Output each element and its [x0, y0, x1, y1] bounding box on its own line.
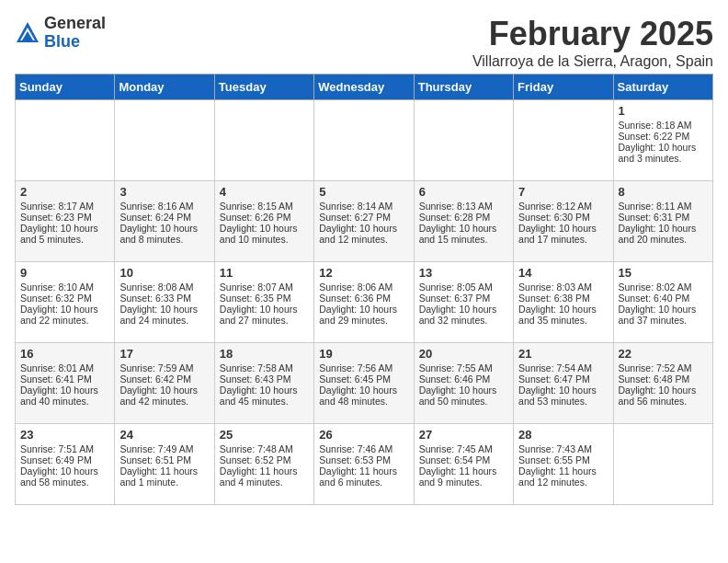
calendar-cell: 3Sunrise: 8:16 AMSunset: 6:24 PMDaylight… — [115, 181, 214, 262]
calendar-cell: 19Sunrise: 7:56 AMSunset: 6:45 PMDayligh… — [314, 343, 414, 424]
calendar-cell: 22Sunrise: 7:52 AMSunset: 6:48 PMDayligh… — [613, 343, 712, 424]
day-info: Daylight: 10 hours and 53 minutes. — [518, 385, 608, 407]
day-info: Sunrise: 7:51 AM — [20, 443, 109, 454]
day-info: Sunset: 6:41 PM — [20, 373, 109, 385]
day-info: Sunset: 6:48 PM — [619, 373, 708, 385]
day-info: Sunset: 6:43 PM — [220, 373, 309, 385]
day-info: Daylight: 10 hours and 37 minutes. — [619, 304, 708, 326]
calendar-cell: 16Sunrise: 8:01 AMSunset: 6:41 PMDayligh… — [16, 343, 115, 424]
day-info: Sunrise: 8:16 AM — [119, 201, 209, 212]
day-info: Daylight: 10 hours and 22 minutes. — [20, 304, 109, 326]
logo-icon — [15, 20, 40, 46]
calendar-cell: 21Sunrise: 7:54 AMSunset: 6:47 PMDayligh… — [514, 343, 613, 424]
day-info: Sunrise: 8:02 AM — [619, 282, 708, 293]
day-info: Sunset: 6:38 PM — [518, 293, 608, 304]
calendar-cell — [16, 100, 115, 181]
day-of-week-header: Sunday — [16, 75, 115, 100]
day-info: Sunset: 6:27 PM — [319, 212, 408, 223]
day-info: Daylight: 10 hours and 40 minutes. — [20, 385, 109, 407]
day-info: Sunset: 6:31 PM — [619, 212, 708, 223]
calendar-cell: 18Sunrise: 7:58 AMSunset: 6:43 PMDayligh… — [214, 343, 313, 424]
day-info: Daylight: 10 hours and 17 minutes. — [518, 223, 608, 245]
day-info: Sunset: 6:47 PM — [518, 373, 608, 385]
day-info: Daylight: 11 hours and 1 minute. — [119, 465, 209, 488]
day-info: Daylight: 10 hours and 3 minutes. — [619, 142, 708, 164]
day-info: Sunset: 6:24 PM — [119, 212, 209, 223]
calendar-cell: 15Sunrise: 8:02 AMSunset: 6:40 PMDayligh… — [613, 262, 712, 343]
day-number: 25 — [220, 428, 309, 442]
logo: General Blue — [15, 15, 106, 52]
calendar-cell — [115, 100, 214, 181]
day-number: 5 — [319, 185, 408, 199]
calendar-cell: 23Sunrise: 7:51 AMSunset: 6:49 PMDayligh… — [16, 424, 115, 505]
day-number: 13 — [419, 266, 508, 280]
calendar-cell: 14Sunrise: 8:03 AMSunset: 6:38 PMDayligh… — [514, 262, 613, 343]
day-info: Sunset: 6:42 PM — [119, 373, 209, 385]
day-number: 18 — [220, 347, 309, 361]
day-info: Sunset: 6:52 PM — [220, 454, 309, 465]
day-info: Sunrise: 8:01 AM — [20, 362, 109, 373]
day-info: Sunset: 6:35 PM — [220, 293, 309, 304]
day-number: 10 — [119, 266, 209, 280]
calendar-cell — [314, 100, 414, 181]
day-info: Sunrise: 8:13 AM — [419, 201, 508, 212]
day-info: Sunrise: 7:56 AM — [319, 362, 408, 373]
day-number: 27 — [419, 428, 508, 442]
calendar-cell — [613, 424, 712, 505]
day-number: 28 — [518, 428, 608, 442]
day-info: Sunset: 6:51 PM — [119, 454, 209, 465]
day-info: Daylight: 10 hours and 27 minutes. — [220, 304, 309, 326]
day-info: Sunset: 6:49 PM — [20, 454, 109, 465]
day-info: Sunrise: 7:58 AM — [220, 362, 309, 373]
day-info: Sunrise: 8:05 AM — [419, 282, 508, 293]
day-info: Sunset: 6:36 PM — [319, 293, 408, 304]
day-info: Sunset: 6:37 PM — [419, 293, 508, 304]
day-info: Daylight: 10 hours and 12 minutes. — [319, 223, 408, 245]
day-info: Sunrise: 8:15 AM — [220, 201, 309, 212]
calendar-cell: 5Sunrise: 8:14 AMSunset: 6:27 PMDaylight… — [314, 181, 414, 262]
day-info: Sunset: 6:26 PM — [220, 212, 309, 223]
calendar-cell: 17Sunrise: 7:59 AMSunset: 6:42 PMDayligh… — [115, 343, 214, 424]
day-info: Sunrise: 8:07 AM — [220, 282, 309, 293]
day-number: 26 — [319, 428, 408, 442]
day-info: Sunrise: 8:10 AM — [20, 282, 109, 293]
day-info: Sunset: 6:54 PM — [419, 454, 508, 465]
day-info: Sunrise: 7:55 AM — [419, 362, 508, 373]
location-title: Villarroya de la Sierra, Aragon, Spain — [472, 53, 713, 70]
day-info: Sunrise: 8:11 AM — [619, 201, 708, 212]
day-info: Daylight: 10 hours and 8 minutes. — [119, 223, 209, 245]
calendar-cell: 20Sunrise: 7:55 AMSunset: 6:46 PMDayligh… — [414, 343, 513, 424]
calendar-cell — [514, 100, 613, 181]
calendar-cell: 8Sunrise: 8:11 AMSunset: 6:31 PMDaylight… — [613, 181, 712, 262]
day-info: Sunset: 6:46 PM — [419, 373, 508, 385]
day-info: Sunrise: 7:46 AM — [319, 443, 408, 454]
day-info: Daylight: 10 hours and 50 minutes. — [419, 385, 508, 407]
day-info: Daylight: 10 hours and 42 minutes. — [119, 385, 209, 407]
day-info: Daylight: 11 hours and 9 minutes. — [419, 465, 508, 488]
day-info: Daylight: 11 hours and 12 minutes. — [518, 465, 608, 488]
day-info: Sunrise: 7:48 AM — [220, 443, 309, 454]
day-info: Sunrise: 7:49 AM — [119, 443, 209, 454]
day-info: Sunset: 6:28 PM — [419, 212, 508, 223]
day-info: Daylight: 10 hours and 29 minutes. — [319, 304, 408, 326]
title-block: February 2025 Villarroya de la Sierra, A… — [472, 15, 713, 70]
day-info: Daylight: 11 hours and 4 minutes. — [220, 465, 309, 488]
day-number: 20 — [419, 347, 508, 361]
day-info: Daylight: 10 hours and 5 minutes. — [20, 223, 109, 245]
day-info: Sunrise: 7:59 AM — [119, 362, 209, 373]
day-number: 12 — [319, 266, 408, 280]
day-info: Sunrise: 7:52 AM — [619, 362, 708, 373]
logo-general: General — [44, 14, 106, 32]
day-info: Daylight: 10 hours and 15 minutes. — [419, 223, 508, 245]
day-info: Sunset: 6:23 PM — [20, 212, 109, 223]
day-info: Sunrise: 8:06 AM — [319, 282, 408, 293]
calendar-week-row: 23Sunrise: 7:51 AMSunset: 6:49 PMDayligh… — [16, 424, 713, 505]
day-info: Daylight: 10 hours and 10 minutes. — [220, 223, 309, 245]
day-number: 17 — [119, 347, 209, 361]
day-info: Sunrise: 8:14 AM — [319, 201, 408, 212]
calendar-cell: 28Sunrise: 7:43 AMSunset: 6:55 PMDayligh… — [514, 424, 613, 505]
day-number: 22 — [619, 347, 708, 361]
day-number: 1 — [619, 104, 708, 118]
day-number: 7 — [518, 185, 608, 199]
day-of-week-header: Wednesday — [314, 75, 414, 100]
